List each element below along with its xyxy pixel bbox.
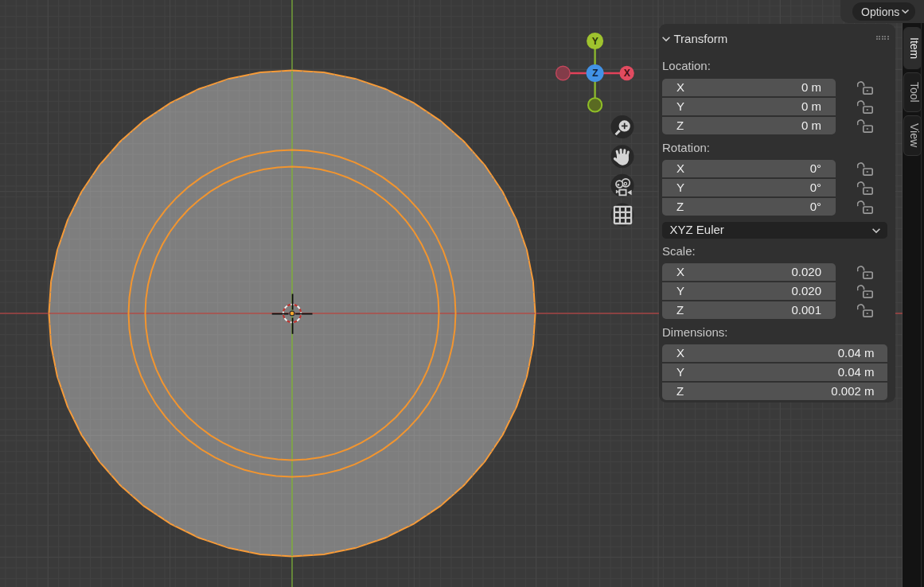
svg-text:X: X [624, 68, 630, 79]
svg-text:Y: Y [592, 36, 598, 47]
svg-text:Z: Z [592, 68, 598, 79]
